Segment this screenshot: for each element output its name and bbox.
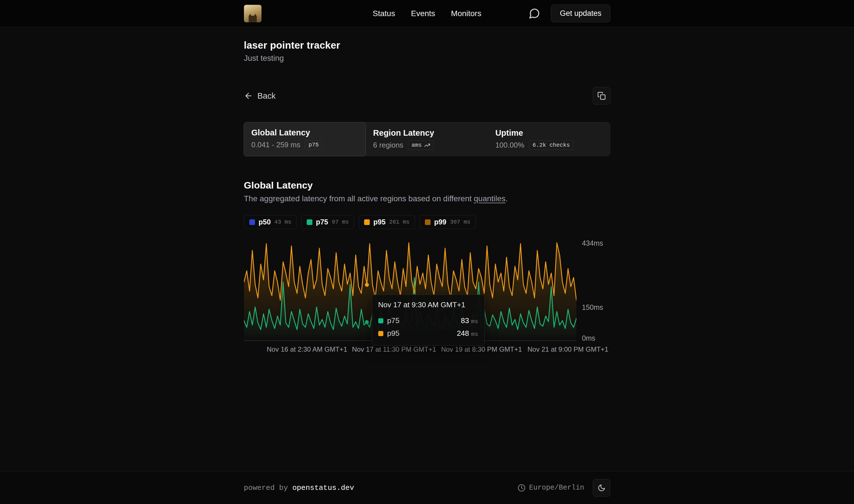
latency-chart[interactable]: Nov 16 at 2:30 AM GMT+1Nov 17 at 11:30 P…	[244, 239, 576, 356]
y-tick-label: 0ms	[582, 334, 595, 342]
message-bubble-icon	[528, 7, 540, 19]
p75-swatch	[378, 318, 383, 323]
nav-links: Status Events Monitors	[373, 9, 481, 18]
tab-value: 0.041 - 259 ms	[251, 141, 300, 149]
section-title: Global Latency	[244, 180, 610, 191]
legend-chip-p99[interactable]: p99 307 ms	[419, 215, 476, 229]
y-tick-label: 150ms	[582, 303, 603, 311]
section-description: The aggregated latency from all active r…	[244, 194, 610, 203]
powered-by: powered by openstatus.dev	[244, 484, 354, 492]
timezone-display: Europe/Berlin	[517, 484, 584, 492]
x-axis-labels: Nov 16 at 2:30 AM GMT+1Nov 17 at 11:30 P…	[244, 345, 576, 356]
cat-logo-icon	[247, 12, 259, 22]
theme-toggle-button[interactable]	[593, 479, 610, 497]
x-tick-label: Nov 19 at 8:30 PM GMT+1	[441, 345, 522, 353]
site-logo[interactable]	[244, 5, 261, 22]
y-axis-labels: 434ms150ms0ms	[582, 239, 613, 341]
nav-link-monitors[interactable]: Monitors	[451, 9, 481, 18]
nav-link-status[interactable]: Status	[373, 9, 395, 18]
metric-tabs: Global Latency 0.041 - 259 ms p75 Region…	[244, 122, 610, 156]
tab-value: 100.00%	[495, 141, 524, 149]
back-label: Back	[257, 91, 276, 101]
moon-icon	[598, 484, 605, 492]
page-title: laser pointer tracker	[244, 40, 610, 51]
x-tick-label: Nov 17 at 11:30 PM GMT+1	[352, 345, 436, 353]
quantiles-link[interactable]: quantiles	[474, 194, 506, 203]
top-navigation: Status Events Monitors Get updates	[0, 0, 854, 27]
tooltip-timestamp: Nov 17 at 9:30 AM GMT+1	[378, 301, 478, 309]
copy-link-button[interactable]	[593, 87, 610, 105]
tab-title: Uptime	[495, 128, 602, 138]
tab-value: 6 regions	[373, 141, 403, 149]
x-tick-label: Nov 16 at 2:30 AM GMT+1	[267, 345, 347, 353]
legend-chip-p50[interactable]: p50 43 ms	[244, 215, 297, 229]
copy-icon	[597, 92, 606, 100]
clock-icon	[517, 484, 526, 492]
legend-chip-p75[interactable]: p75 97 ms	[301, 215, 354, 229]
openstatus-link[interactable]: openstatus.dev	[292, 484, 354, 492]
feedback-button[interactable]	[528, 7, 540, 19]
tab-global-latency[interactable]: Global Latency 0.041 - 259 ms p75	[244, 122, 366, 156]
tooltip-row-p75: p75 83 ms	[378, 314, 478, 327]
quantile-badge: p75	[305, 140, 322, 149]
tab-title: Region Latency	[373, 128, 480, 138]
p75-swatch	[307, 219, 312, 225]
p95-swatch	[378, 331, 383, 336]
back-button[interactable]: Back	[244, 91, 276, 101]
page-subtitle: Just testing	[244, 54, 610, 63]
get-updates-button[interactable]: Get updates	[551, 4, 610, 22]
chart-legend: p50 43 ms p75 97 ms p95 261 ms p99 307 m…	[244, 215, 610, 229]
x-tick-label: Nov 21 at 9:00 PM GMT+1	[527, 345, 608, 353]
tab-title: Global Latency	[251, 128, 358, 138]
checks-badge: 6.2k checks	[529, 141, 574, 150]
legend-chip-p95[interactable]: p95 261 ms	[359, 215, 415, 229]
trending-up-icon	[424, 142, 430, 148]
chart-tooltip: Nov 17 at 9:30 AM GMT+1 p75 83 ms	[372, 294, 485, 346]
page-footer: powered by openstatus.dev Europe/Berlin	[0, 471, 854, 504]
region-badge: ams	[408, 141, 434, 150]
p50-swatch	[249, 219, 255, 225]
main-content: laser pointer tracker Just testing Back …	[0, 27, 854, 471]
tooltip-row-p95: p95 248 ms	[378, 327, 478, 340]
p95-swatch	[364, 219, 370, 225]
y-tick-label: 434ms	[582, 239, 603, 247]
arrow-left-icon	[244, 91, 253, 100]
tab-region-latency[interactable]: Region Latency 6 regions ams	[365, 122, 488, 156]
nav-link-events[interactable]: Events	[411, 9, 435, 18]
tab-uptime[interactable]: Uptime 100.00% 6.2k checks	[488, 122, 610, 156]
p99-swatch	[425, 219, 431, 225]
